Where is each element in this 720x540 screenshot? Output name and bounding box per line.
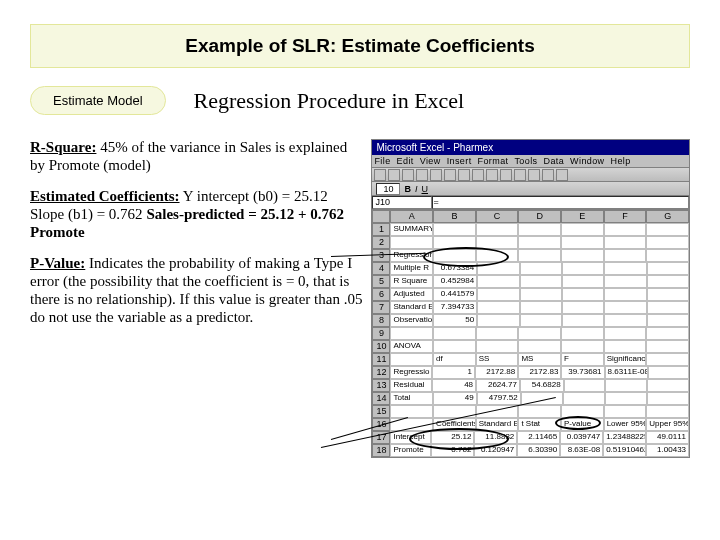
column-header: G bbox=[646, 210, 689, 223]
estimate-model-pill: Estimate Model bbox=[30, 86, 166, 115]
formula-bar: = bbox=[432, 196, 689, 209]
cell bbox=[646, 236, 689, 249]
cell bbox=[604, 236, 647, 249]
table-row: 18Promote0.7620.1209476.303908.63E-080.5… bbox=[372, 444, 689, 457]
cell bbox=[520, 314, 562, 327]
cell bbox=[561, 340, 604, 353]
cell bbox=[647, 288, 689, 301]
row-header: 15 bbox=[372, 405, 390, 418]
cell bbox=[604, 275, 646, 288]
cell: F bbox=[561, 353, 604, 366]
table-row: 11dfSSMSFSignificance F bbox=[372, 353, 689, 366]
table-row: 3Regression Statistics bbox=[372, 249, 689, 262]
toolbar-button-icon bbox=[486, 169, 498, 181]
row-header: 8 bbox=[372, 314, 390, 327]
cell: ANOVA bbox=[390, 340, 433, 353]
row-header: 13 bbox=[372, 379, 390, 392]
cell bbox=[476, 340, 519, 353]
cell bbox=[562, 301, 604, 314]
coeff-line1b: Slope (b1) = 0.762 bbox=[30, 206, 146, 222]
cell bbox=[476, 236, 519, 249]
cell: 0.51910462 bbox=[603, 444, 646, 457]
cell bbox=[561, 249, 604, 262]
cell: Lower 95% bbox=[604, 418, 647, 431]
cell: 2.11465 bbox=[517, 431, 560, 444]
cell: df bbox=[433, 353, 476, 366]
menu-item: File bbox=[374, 156, 390, 166]
cell: 54.6828 bbox=[520, 379, 564, 392]
excel-worksheet: ABCDEFG 1SUMMARY OUTPUT23Regression Stat… bbox=[372, 210, 689, 457]
name-box: J10 bbox=[372, 196, 432, 209]
cell: 49.0111 bbox=[646, 431, 689, 444]
cell: Adjusted bbox=[390, 288, 432, 301]
table-row: 16CoefficientsStandard Errt StatP-valueL… bbox=[372, 418, 689, 431]
cell bbox=[648, 366, 689, 379]
cell: 49 bbox=[433, 392, 477, 405]
subtitle: Regression Procedure in Excel bbox=[194, 88, 465, 114]
cell: t Stat bbox=[518, 418, 561, 431]
column-header: B bbox=[433, 210, 476, 223]
cell: MS bbox=[518, 353, 561, 366]
cell: Promote bbox=[390, 444, 431, 457]
cell: R Square bbox=[390, 275, 432, 288]
cell: 11.8832 bbox=[474, 431, 517, 444]
cell bbox=[433, 340, 476, 353]
cell bbox=[518, 249, 561, 262]
toolbar-button-icon bbox=[528, 169, 540, 181]
cell bbox=[604, 301, 646, 314]
cell bbox=[520, 288, 562, 301]
cell bbox=[604, 327, 647, 340]
menu-item: Tools bbox=[514, 156, 537, 166]
cell bbox=[477, 262, 519, 275]
table-row: 1SUMMARY OUTPUT bbox=[372, 223, 689, 236]
rsquare-label: R-Square: bbox=[30, 139, 96, 155]
menu-item: Help bbox=[611, 156, 631, 166]
font-size-box: 10 bbox=[376, 183, 400, 195]
row-header: 1 bbox=[372, 223, 390, 236]
cell: SUMMARY OUTPUT bbox=[390, 223, 433, 236]
cell: 7.394733 bbox=[433, 301, 477, 314]
cell bbox=[647, 314, 689, 327]
cell bbox=[647, 275, 689, 288]
cell: 50 bbox=[433, 314, 477, 327]
row-header: 4 bbox=[372, 262, 390, 275]
cell bbox=[433, 249, 476, 262]
coefficients-paragraph: Estimated Coefficients: Y intercept (b0)… bbox=[30, 188, 363, 241]
cell bbox=[477, 301, 519, 314]
table-row: 7Standard E7.394733 bbox=[372, 301, 689, 314]
toolbar-button-icon bbox=[430, 169, 442, 181]
cell: 48 bbox=[432, 379, 476, 392]
cell bbox=[561, 327, 604, 340]
table-row: 12Regressio12172.882172.8339.736818.6311… bbox=[372, 366, 689, 379]
excel-toolbar-formatting: 10 BIU bbox=[372, 182, 689, 196]
cell bbox=[518, 327, 561, 340]
pvalue-paragraph: P-Value: Indicates the probability of ma… bbox=[30, 255, 363, 326]
cell bbox=[604, 288, 646, 301]
rsquare-paragraph: R-Square: 45% of the variance in Sales i… bbox=[30, 139, 363, 174]
cell: Coefficients bbox=[433, 418, 476, 431]
table-row: 13Residual482624.7754.6828 bbox=[372, 379, 689, 392]
menu-item: Data bbox=[543, 156, 564, 166]
cell bbox=[646, 340, 689, 353]
toolbar-button-icon bbox=[402, 169, 414, 181]
cell bbox=[390, 405, 433, 418]
cell bbox=[605, 379, 647, 392]
cell: 8.63E-08 bbox=[560, 444, 603, 457]
cell bbox=[476, 223, 519, 236]
cell: 0.673384 bbox=[433, 262, 477, 275]
cell: Residual bbox=[390, 379, 432, 392]
cell bbox=[518, 405, 561, 418]
toolbar-button-icon bbox=[514, 169, 526, 181]
table-row: 2 bbox=[372, 236, 689, 249]
toolbar-button-icon bbox=[444, 169, 456, 181]
table-row: 15 bbox=[372, 405, 689, 418]
toolbar-button-icon bbox=[374, 169, 386, 181]
cell: Upper 95% bbox=[646, 418, 689, 431]
cell bbox=[604, 223, 647, 236]
cell bbox=[477, 288, 519, 301]
cell bbox=[476, 327, 519, 340]
cell bbox=[564, 379, 606, 392]
cell bbox=[605, 392, 647, 405]
cell bbox=[518, 223, 561, 236]
cell bbox=[646, 249, 689, 262]
